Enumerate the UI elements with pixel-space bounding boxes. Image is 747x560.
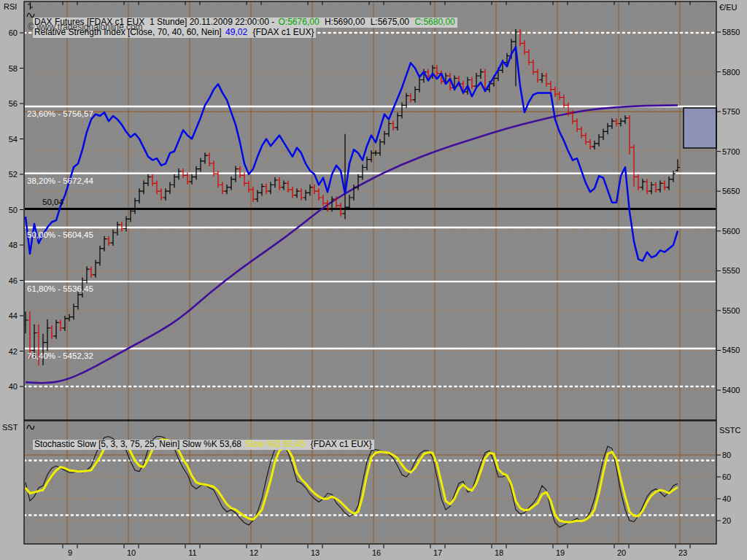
price-tick-label: 5650 — [722, 187, 740, 195]
ohlc-bar-icon — [26, 1, 34, 10]
stoch-axis-title-right: SSTC — [719, 426, 740, 435]
stoch-indicator-label: Stochastic Slow [5, 3, 3, 75, 25, Nein] … — [34, 440, 244, 449]
rsi-tick-label: 40 — [9, 382, 18, 391]
stoch-tick-label: 20 — [722, 516, 731, 525]
rsi-tick-label: 44 — [9, 311, 18, 320]
rsi-tick-label: 48 — [9, 241, 18, 249]
stoch-tick-label: 80 — [722, 451, 731, 459]
rsi-tick-label: 58 — [9, 64, 18, 73]
rsi-tick-label: 54 — [9, 135, 18, 144]
price-tick-label: 5750 — [722, 107, 740, 116]
rsi-tick-label: 52 — [9, 170, 18, 179]
stoch-symbol-tag: {FDAX c1 EUX} — [311, 440, 372, 449]
x-axis-label: 10 — [127, 548, 136, 557]
stoch-tick-label: 60 — [722, 472, 731, 481]
main-plot-background[interactable] — [24, 1, 716, 420]
rsi-symbol-tag: {FDAX c1 EUX} — [252, 28, 314, 37]
x-axis-label: 18 — [495, 548, 503, 557]
fib-label: 23,60% - 5756,57 — [27, 109, 93, 118]
rsi-mid-label: 50,04 — [42, 198, 63, 206]
trading-app-window: { "header": { "title": "DAX Futures [FDA… — [0, 0, 747, 560]
stoch-tick-label: 40 — [722, 494, 731, 503]
x-axis-label: 13 — [311, 548, 320, 557]
stoch-d-value: Slow %D 50,45 — [245, 440, 305, 449]
price-tick-label: 5450 — [722, 346, 740, 354]
price-tick-label: 5850 — [722, 28, 740, 36]
close-value: C:5680,00 — [414, 18, 454, 27]
rsi-tick-label: 56 — [9, 99, 18, 108]
x-axis-label: 11 — [188, 548, 196, 557]
price-tick-label: 5800 — [722, 68, 740, 77]
price-tick-label: 5400 — [722, 386, 740, 394]
x-axis-label: 12 — [249, 548, 258, 557]
stoch-indicator-row: Stochastic Slow [5, 3, 3, 75, 25, Nein] … — [26, 424, 374, 450]
rsi-tick-label: 42 — [9, 347, 18, 356]
x-axis-label: 16 — [372, 548, 381, 557]
indicator-wave-icon — [26, 12, 35, 19]
stoch-axis-title-left: SST — [2, 423, 18, 432]
fib-label: 50,00% - 5604,45 — [27, 230, 93, 239]
x-axis-label: 9 — [68, 548, 72, 557]
indicator-wave-icon — [26, 424, 35, 431]
x-axis-label: 20 — [617, 548, 626, 557]
fib-label: 76,40% - 5452,32 — [27, 351, 93, 360]
rsi-tick-label: 50 — [9, 206, 18, 214]
x-axis-label: 17 — [433, 548, 442, 557]
price-axis-title: €/EU — [719, 3, 737, 12]
price-tick-label: 5700 — [722, 147, 740, 156]
low-value-text: L:5675,00 — [371, 18, 409, 27]
rsi-tick-label: 60 — [9, 28, 18, 37]
rsi-tick-label: 46 — [9, 276, 18, 285]
x-axis-label: 23 — [678, 548, 687, 557]
chart-canvas[interactable]: 23,60% - 5756,5738,20% - 5672,4450,00% -… — [0, 0, 747, 560]
fib-label: 38,20% - 5672,44 — [27, 176, 93, 185]
fib-label: 61,80% - 5536,45 — [27, 284, 93, 293]
price-tick-label: 5600 — [722, 227, 740, 236]
price-tick-label: 5500 — [722, 306, 740, 315]
rsi-axis-title: RSI — [4, 2, 17, 11]
copyright-text: © www.tradesignalonline.com — [28, 22, 143, 32]
rsi-value: 49,02 — [225, 28, 247, 37]
high-value — [321, 18, 323, 27]
selection-box[interactable] — [684, 108, 716, 148]
x-axis-label: 19 — [556, 548, 565, 557]
price-tick-label: 5550 — [722, 266, 740, 275]
high-value-text: H:5690,00 — [325, 18, 365, 27]
